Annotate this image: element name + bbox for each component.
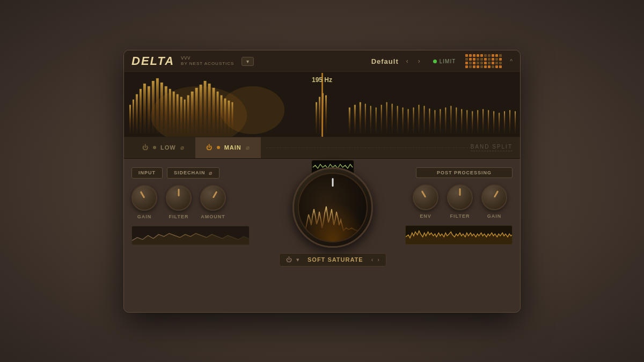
post-processing-waveform (405, 225, 513, 245)
grid-dot (488, 65, 491, 68)
grid-dot (473, 58, 475, 61)
svg-rect-55 (466, 110, 467, 134)
preset-prev-button[interactable]: ‹ (404, 57, 411, 65)
sidechain-button[interactable]: SIDECHAIN ⌀ (167, 167, 219, 179)
grid-dot (480, 54, 483, 57)
main-headphone-icon[interactable]: ⌀ (246, 144, 250, 151)
grid-dot (492, 54, 494, 57)
main-active-dot (217, 146, 220, 149)
soft-saturate-label: SOFT SATURATE (304, 256, 367, 263)
svg-rect-56 (472, 111, 473, 134)
svg-rect-51 (445, 107, 446, 134)
main-knob-container (292, 167, 373, 248)
main-drive-knob[interactable] (292, 167, 373, 248)
post-processing-button[interactable]: POST PROCESSING (416, 167, 513, 178)
svg-rect-26 (224, 98, 226, 134)
filter-knob[interactable] (166, 185, 192, 211)
grid-dot (465, 58, 468, 61)
svg-rect-52 (450, 106, 451, 134)
input-buttons: INPUT SIDECHAIN ⌀ (131, 167, 271, 179)
svg-marker-67 (406, 231, 512, 244)
grid-dot (469, 54, 472, 57)
svg-rect-41 (392, 104, 393, 134)
svg-marker-66 (132, 233, 249, 245)
svg-rect-38 (376, 107, 377, 134)
post-gain-knob[interactable] (481, 184, 507, 210)
main-power-icon[interactable]: ⏻ (206, 144, 213, 151)
grid-dot (469, 58, 472, 61)
preset-dropdown-button[interactable]: ▾ (241, 57, 254, 66)
svg-rect-37 (370, 106, 371, 134)
svg-rect-24 (217, 91, 219, 134)
soft-saturate-dropdown[interactable]: ▾ (296, 256, 299, 263)
svg-rect-42 (397, 106, 398, 134)
soft-saturate-next[interactable]: › (377, 256, 379, 263)
grid-dot (473, 65, 475, 68)
collapse-button[interactable]: ^ (510, 58, 513, 64)
grid-dot (477, 65, 479, 68)
knob-indicator (332, 178, 334, 187)
grid-dot (473, 62, 475, 64)
post-filter-label: FILTER (450, 213, 470, 219)
grid-dot (473, 54, 475, 57)
tab-main[interactable]: ⏻ MAIN ⌀ (195, 137, 261, 158)
grid-dot (495, 58, 498, 61)
band-split-line (266, 147, 471, 148)
svg-rect-46 (419, 105, 420, 134)
preset-name: Default (371, 57, 399, 65)
preset-next-button[interactable]: › (416, 57, 422, 65)
amount-knob-group: AMOUNT (200, 185, 226, 219)
svg-rect-32 (325, 95, 327, 134)
post-gain-knob-group: GAIN (481, 184, 507, 219)
svg-rect-8 (152, 80, 155, 134)
input-waveform-display (131, 226, 250, 245)
grid-dot (469, 65, 472, 68)
grid-dot (488, 58, 491, 61)
env-knob-group: ENV (413, 184, 438, 219)
grid-dot (495, 54, 498, 57)
post-gain-label: GAIN (487, 213, 502, 219)
svg-rect-44 (408, 109, 409, 134)
spectrum-display: 195 Hz (124, 73, 520, 137)
grid-dot (477, 62, 479, 64)
logo-delta: DELTA (131, 54, 174, 68)
soft-saturate-prev[interactable]: ‹ (371, 256, 374, 263)
svg-rect-11 (165, 86, 167, 134)
grid-dot (480, 58, 483, 61)
svg-rect-48 (429, 108, 430, 134)
svg-rect-47 (423, 106, 425, 134)
amount-knob[interactable] (200, 185, 226, 211)
svg-rect-54 (461, 109, 462, 134)
svg-rect-58 (482, 109, 484, 134)
controls-area: INPUT SIDECHAIN ⌀ GAIN FILTER AMOUNT (124, 159, 520, 273)
input-waveform-svg (132, 226, 249, 245)
post-waveform-svg (406, 226, 512, 244)
gain-knob[interactable] (131, 185, 157, 211)
svg-rect-39 (381, 105, 382, 134)
svg-rect-53 (456, 107, 457, 134)
svg-rect-13 (173, 91, 175, 134)
svg-rect-49 (434, 110, 435, 134)
svg-rect-62 (504, 111, 505, 134)
grid-dot (492, 65, 494, 68)
svg-rect-33 (349, 107, 350, 134)
low-headphone-icon[interactable]: ⌀ (180, 144, 185, 151)
grid-dot (492, 62, 494, 64)
svg-rect-17 (187, 95, 189, 134)
limit-label[interactable]: LIMIT (440, 58, 456, 64)
grid-dot (484, 62, 487, 64)
soft-saturate-power-button[interactable]: ⏻ (286, 256, 292, 263)
frequency-label: 195 Hz (312, 76, 332, 84)
logo-subtitle: ᐯᐯᐯ BY NEST ACOUSTICS (181, 56, 234, 66)
input-button[interactable]: INPUT (131, 167, 163, 179)
env-knob[interactable] (413, 184, 438, 210)
header-bar: DELTA ᐯᐯᐯ BY NEST ACOUSTICS ▾ Default ‹ … (124, 50, 520, 73)
svg-point-1 (221, 86, 285, 134)
filter-knob-group: FILTER (166, 185, 192, 219)
post-processing-knobs: ENV FILTER GAIN (394, 184, 513, 219)
post-filter-knob[interactable] (447, 184, 473, 210)
knob-waveform (301, 198, 365, 236)
tab-low[interactable]: ⏻ LOW ⌀ (131, 137, 195, 158)
svg-rect-21 (204, 80, 207, 134)
low-power-icon[interactable]: ⏻ (142, 144, 149, 151)
